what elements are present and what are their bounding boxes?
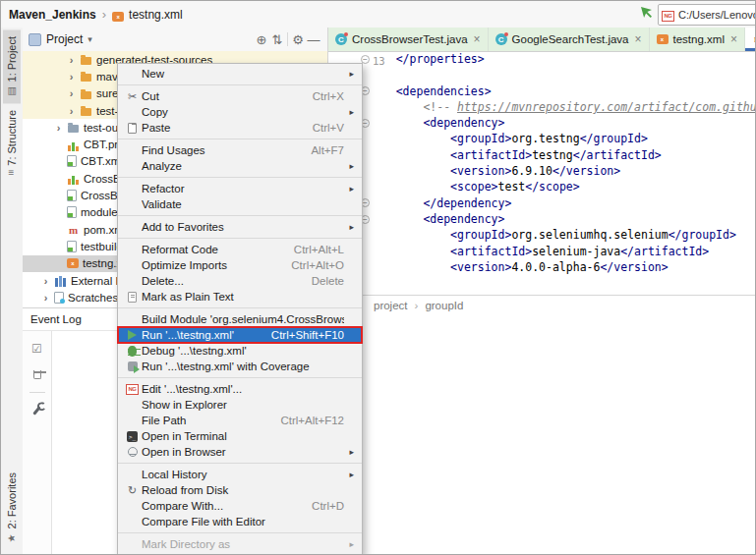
menu-item-find-usages[interactable]: Find UsagesAlt+F7 xyxy=(118,142,362,158)
testng-icon: NG xyxy=(662,8,674,22)
menu-item-label: Optimize Imports xyxy=(142,259,277,271)
code-editor[interactable]: 13 </properties> <dependencies> <!-- htt… xyxy=(328,51,755,296)
menu-item-compare-with[interactable]: Compare With...Ctrl+D xyxy=(118,498,362,514)
menu-item-cut[interactable]: ✂CutCtrl+X xyxy=(118,88,362,104)
code-line: <version>6.9.10</version> xyxy=(369,163,755,179)
menu-item-label: Cut xyxy=(142,90,299,102)
xml-file-icon xyxy=(67,241,77,252)
properties-icon xyxy=(67,172,80,185)
trash-icon[interactable] xyxy=(30,365,43,383)
menu-item-validate[interactable]: Validate xyxy=(118,196,362,212)
tool-window-stripe: ▤1: Project≡7: Structure ★2: Favorites xyxy=(1,28,24,554)
code-segment: test xyxy=(498,180,526,194)
menu-item-label: Edit '...\testng.xml'... xyxy=(142,383,344,395)
close-tab-icon[interactable]: × xyxy=(730,32,737,46)
menu-item-run-testng-xml-with-coverage[interactable]: Run '...\testng.xml' with Coverage xyxy=(118,359,362,374)
chevron-right-icon[interactable]: › xyxy=(54,122,63,134)
menu-item-show-in-explorer[interactable]: Show in Explorer xyxy=(118,397,362,413)
run-configuration-select[interactable]: NG C:/Users/Lenovo/ xyxy=(658,4,756,26)
menu-item-file-path[interactable]: File PathCtrl+Alt+F12 xyxy=(118,413,362,428)
menu-item-paste[interactable]: PasteCtrl+V xyxy=(118,120,362,136)
stripe-tab----favorites[interactable]: ★2: Favorites xyxy=(3,466,21,550)
code-line: <groupId>org.testng</groupId> xyxy=(369,131,755,146)
chevron-right-icon[interactable]: › xyxy=(67,54,76,66)
paste-icon xyxy=(126,122,139,135)
submenu-arrow-icon: ▸ xyxy=(344,470,354,479)
test-class-icon: C xyxy=(495,33,507,45)
chevron-right-icon[interactable]: › xyxy=(41,292,50,304)
menu-item-debug-testng-xml[interactable]: Debug '...\testng.xml' xyxy=(118,343,362,359)
project-panel-title[interactable]: Project xyxy=(46,32,83,46)
menu-item-run-testng-xml[interactable]: Run '...\testng.xml'Ctrl+Shift+F10 xyxy=(118,327,362,343)
hide-icon[interactable]: — xyxy=(306,32,321,47)
menu-item-reload-from-disk[interactable]: ↻Reload from Disk xyxy=(118,482,362,498)
chevron-right-icon[interactable]: › xyxy=(41,275,50,287)
menu-item-copy[interactable]: Copy▸ xyxy=(118,104,362,120)
chevron-right-icon[interactable]: › xyxy=(67,87,76,99)
wrench-icon[interactable] xyxy=(30,402,43,419)
menu-item-mark-as-plain-text[interactable]: Mark as Plain Text xyxy=(118,289,362,305)
code-segment: </scope> xyxy=(525,180,579,194)
menu-item-delete[interactable]: Delete...Delete xyxy=(118,273,362,289)
run-last-arrow-icon[interactable] xyxy=(641,7,652,18)
editor-tab[interactable]: xtestng.xml× xyxy=(650,28,745,51)
scratches-icon xyxy=(54,292,64,304)
menu-item-mark-directory-as[interactable]: Mark Directory as▸ xyxy=(118,536,362,552)
editor-tab-bar: CCrossBrowserTest.java×CGoogleSearchTest… xyxy=(328,28,755,52)
xml-file-icon xyxy=(67,155,77,167)
menu-item-build-module-org-selenium4-crossbrowsertest[interactable]: Build Module 'org.selenium4.CrossBrowser… xyxy=(118,311,362,327)
menu-item-open-in-browser[interactable]: Open in Browser▸ xyxy=(118,444,362,460)
chevron-right-icon[interactable]: › xyxy=(67,71,76,83)
code-segment: https://mvnrepository.com/artifact/com.g… xyxy=(457,100,755,114)
settings-icon[interactable]: ⚙ xyxy=(290,32,306,47)
menu-item-open-in-terminal[interactable]: >_Open in Terminal xyxy=(118,428,362,444)
menu-separator xyxy=(118,532,362,533)
menu-item-optimize-imports[interactable]: Optimize ImportsCtrl+Alt+O xyxy=(118,257,362,273)
code-segment: </artifactId> xyxy=(620,245,709,258)
menu-item-label: Find Usages xyxy=(142,144,297,156)
menu-item-label: Add to Favorites xyxy=(142,221,344,233)
locate-icon[interactable]: ⊕ xyxy=(254,32,269,47)
folder-orange-icon xyxy=(80,70,92,83)
run-configuration-path: C:/Users/Lenovo/ xyxy=(678,9,756,21)
code-segment: </dependency> xyxy=(369,196,511,210)
close-tab-icon[interactable]: × xyxy=(635,32,642,46)
menu-item-label: Build Module 'org.selenium4.CrossBrowser… xyxy=(142,313,344,325)
code-line: <dependency> xyxy=(369,115,755,131)
globe-icon xyxy=(126,446,139,459)
menu-item-refactor[interactable]: Refactor▸ xyxy=(118,181,362,196)
stripe-tab----structure[interactable]: ≡7: Structure xyxy=(3,103,21,183)
breadcrumb-item[interactable]: project xyxy=(374,300,408,311)
submenu-arrow-icon: ▸ xyxy=(344,107,354,117)
mark-read-icon: ☑ xyxy=(30,343,43,356)
code-segment: org.testng xyxy=(511,132,579,145)
collapse-all-icon[interactable]: ⇅ xyxy=(269,32,285,47)
menu-item-analyze[interactable]: Analyze▸ xyxy=(118,158,362,174)
mark-read-icon[interactable]: ☑ xyxy=(30,339,43,357)
editor-tab[interactable]: CCrossBrowserTest.java× xyxy=(328,28,489,51)
stripe-tab----project[interactable]: ▤1: Project xyxy=(3,29,21,103)
editor-tab[interactable]: CGoogleSearchTest.java× xyxy=(489,28,650,51)
code-segment: </version> xyxy=(552,164,620,178)
menu-item-local-history[interactable]: Local History▸ xyxy=(118,467,362,482)
library-icon xyxy=(54,274,67,287)
chevron-down-icon[interactable]: ▾ xyxy=(87,34,92,44)
code-lines: </properties> <dependencies> <!-- https:… xyxy=(369,51,755,275)
xml-orange-icon: x xyxy=(67,258,79,268)
chevron-right-icon[interactable]: › xyxy=(67,105,76,117)
folder-gray-icon xyxy=(67,121,80,134)
menu-item-new[interactable]: New▸ xyxy=(118,66,362,82)
menu-item-add-to-favorites[interactable]: Add to Favorites▸ xyxy=(118,219,362,235)
stripe-tab-label: 1: Project xyxy=(6,36,18,82)
menu-separator xyxy=(118,377,362,378)
project-panel-header: Project ▾ ⊕⇅⚙— xyxy=(23,28,327,52)
editor-tab[interactable]: mpom.xml (c xyxy=(745,28,756,51)
menu-item-edit-testng-xml[interactable]: NGEdit '...\testng.xml'... xyxy=(118,381,362,397)
project-toolbar: ⊕⇅⚙— xyxy=(254,32,321,47)
menu-item-compare-file-with-editor[interactable]: Compare File with Editor xyxy=(118,514,362,529)
breadcrumb-item[interactable]: groupId xyxy=(425,300,463,311)
close-tab-icon[interactable]: × xyxy=(474,32,481,46)
menu-shortcut: Ctrl+Alt+O xyxy=(291,259,344,271)
menu-separator xyxy=(118,238,362,239)
menu-item-reformat-code[interactable]: Reformat CodeCtrl+Alt+L xyxy=(118,242,362,257)
